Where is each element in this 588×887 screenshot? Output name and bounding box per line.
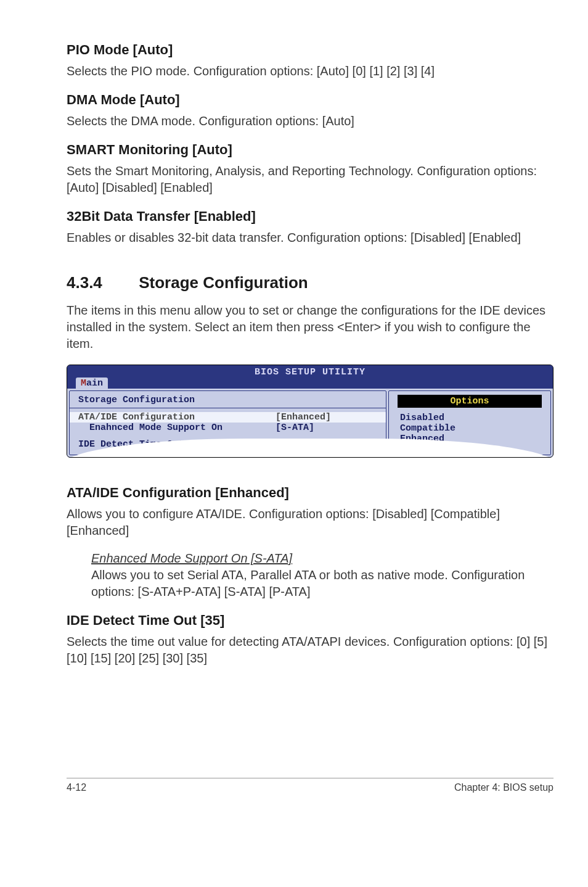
bios-setup-screenshot: BIOS SETUP UTILITY Main Storage Configur… [67,365,553,458]
tab-main-rest: ain [86,378,103,389]
enhanced-sub-desc: Allows you to set Serial ATA, Parallel A… [91,567,553,600]
bios-row-selected: ATA/IDE Configuration [Enhanced] [70,412,386,423]
ide-timeout-heading: IDE Detect Time Out [35] [67,613,553,629]
32bit-heading: 32Bit Data Transfer [Enabled] [67,208,553,225]
section-number: 4.3.4 [67,273,134,292]
section-heading: 4.3.4 Storage Configuration [67,273,553,292]
chapter-label: Chapter 4: BIOS setup [454,782,553,793]
32bit-desc: Enables or disables 32-bit data transfer… [67,229,553,246]
page-number: 4-12 [67,782,86,793]
section-title-text: Storage Configuration [139,273,308,292]
bios-left-title: Storage Configuration [70,395,386,408]
dma-mode-heading: DMA Mode [Auto] [67,92,553,108]
bios-row: Enahnced Mode Support On [S-ATA] [70,423,386,433]
pio-mode-heading: PIO Mode [Auto] [67,42,553,58]
bios-row-value: [Enhanced] [276,412,331,423]
dma-mode-desc: Selects the DMA mode. Configuration opti… [67,113,553,130]
bios-header-title: BIOS SETUP UTILITY [255,367,365,377]
bios-option: Disabled [389,413,550,423]
ataide-heading: ATA/IDE Configuration [Enhanced] [67,485,553,501]
ide-timeout-desc: Selects the time out value for detecting… [67,633,553,667]
section-desc: The items in this menu allow you to set … [67,302,553,352]
bios-option: Compatible [389,423,550,434]
bios-row-label: ATA/IDE Configuration [78,412,276,423]
enhanced-sub-heading: Enhanced Mode Support On [S-ATA] [91,551,553,566]
tab-main: Main [76,377,108,389]
page-footer: 4-12 Chapter 4: BIOS setup [67,778,553,793]
bios-header: BIOS SETUP UTILITY Main [67,365,553,389]
smart-desc: Sets the Smart Monitoring, Analysis, and… [67,163,553,196]
tab-main-hotkey: M [81,378,86,389]
ataide-desc: Allows you to configure ATA/IDE. Configu… [67,506,553,539]
bios-row-value: [S-ATA] [276,423,314,433]
bios-options-title: Options [398,395,542,408]
smart-heading: SMART Monitoring [Auto] [67,142,553,158]
pio-mode-desc: Selects the PIO mode. Configuration opti… [67,63,553,80]
bios-row-label: Enahnced Mode Support On [78,423,276,433]
